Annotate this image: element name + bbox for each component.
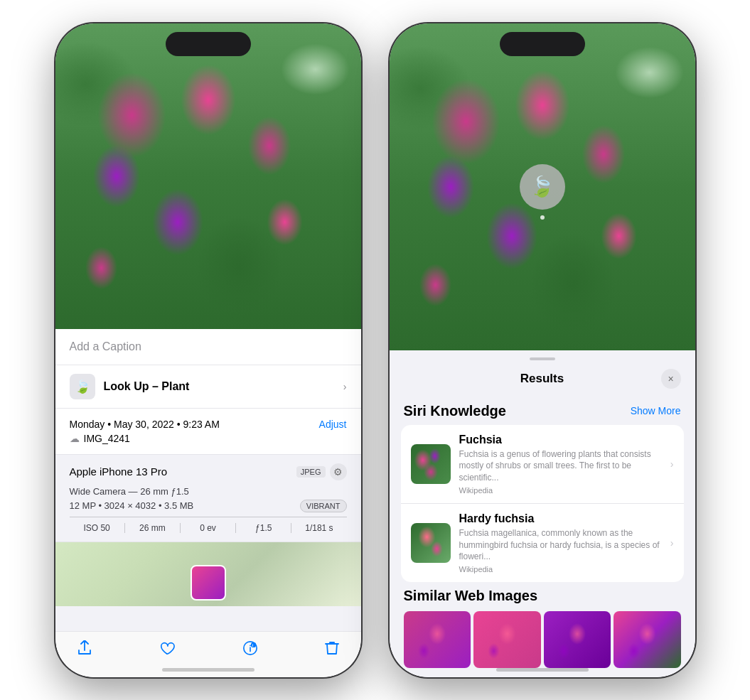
similar-section: Similar Web Images bbox=[390, 588, 695, 675]
fuchsia-chevron-icon: › bbox=[670, 458, 674, 470]
caption-area[interactable]: Add a Caption bbox=[55, 329, 361, 365]
vibrant-badge: VIBRANT bbox=[300, 500, 347, 512]
dynamic-island-right bbox=[500, 32, 585, 56]
exif-ev: 0 ev bbox=[181, 523, 236, 533]
knowledge-item-fuchsia[interactable]: Fuchsia Fuchsia is a genus of flowering … bbox=[401, 425, 684, 504]
camera-details: Wide Camera — 26 mm ƒ1.5 bbox=[70, 486, 347, 497]
caption-placeholder: Add a Caption bbox=[70, 340, 141, 352]
exif-aperture: ƒ1.5 bbox=[236, 523, 291, 533]
results-header: Results × bbox=[390, 360, 695, 396]
fuchsia-name: Fuchsia bbox=[459, 434, 662, 446]
fuchsia-source: Wikipedia bbox=[459, 486, 662, 495]
fuchsia-thumbnail bbox=[411, 444, 451, 484]
right-phone: 🍃 Results × Siri Knowledge Show More bbox=[390, 23, 695, 677]
results-title: Results bbox=[424, 372, 661, 386]
home-indicator-right bbox=[496, 668, 589, 672]
left-phone: Add a Caption 🍃 Look Up – Plant › Monday… bbox=[55, 23, 361, 677]
exif-shutter: 1/181 s bbox=[291, 523, 346, 533]
hardy-description: Fuchsia magellanica, commonly known as t… bbox=[459, 527, 662, 563]
gear-icon[interactable]: ⚙ bbox=[330, 463, 347, 480]
similar-image-3[interactable] bbox=[544, 611, 611, 668]
knowledge-item-hardy[interactable]: Hardy fuchsia Fuchsia magellanica, commo… bbox=[401, 504, 684, 582]
flower-photo bbox=[55, 23, 361, 329]
badge-row: JPEG ⚙ bbox=[296, 463, 347, 480]
like-button[interactable] bbox=[159, 640, 175, 660]
siri-dot bbox=[540, 215, 545, 220]
delete-button[interactable] bbox=[325, 640, 339, 660]
left-screen: Add a Caption 🍃 Look Up – Plant › Monday… bbox=[55, 23, 361, 677]
jpeg-badge: JPEG bbox=[296, 466, 326, 478]
exif-iso: ISO 50 bbox=[70, 523, 125, 533]
home-indicator bbox=[162, 668, 255, 672]
right-screen: 🍃 Results × Siri Knowledge Show More bbox=[390, 23, 695, 677]
hardy-name: Hardy fuchsia bbox=[459, 512, 662, 525]
lookup-icon: 🍃 bbox=[70, 374, 95, 399]
lookup-chevron-icon: › bbox=[343, 381, 347, 392]
hardy-chevron-icon: › bbox=[670, 537, 674, 549]
siri-button[interactable]: 🍃 bbox=[520, 164, 565, 210]
device-section: Apple iPhone 13 Pro JPEG ⚙ Wide Camera —… bbox=[55, 455, 361, 542]
device-name: Apple iPhone 13 Pro bbox=[70, 465, 168, 478]
show-more-button[interactable]: Show More bbox=[631, 405, 681, 416]
mp-info: 12 MP • 3024 × 4032 • 3.5 MB bbox=[70, 500, 194, 511]
dynamic-island bbox=[166, 32, 251, 56]
cloud-icon: ☁ bbox=[70, 433, 80, 444]
info-button[interactable]: i bbox=[242, 640, 258, 660]
photo-area[interactable] bbox=[55, 23, 361, 329]
filename: IMG_4241 bbox=[84, 433, 130, 444]
close-button[interactable]: × bbox=[661, 369, 681, 389]
svg-point-2 bbox=[250, 645, 251, 646]
date-info: Monday • May 30, 2022 • 9:23 AM bbox=[70, 419, 220, 430]
siri-knowledge-title: Siri Knowledge bbox=[404, 403, 506, 419]
siri-knowledge-header: Siri Knowledge Show More bbox=[390, 396, 695, 425]
knowledge-card: Fuchsia Fuchsia is a genus of flowering … bbox=[401, 425, 684, 583]
siri-leaf-icon: 🍃 bbox=[530, 175, 555, 198]
lookup-label: Look Up – Plant bbox=[104, 380, 190, 393]
similar-image-4[interactable] bbox=[614, 611, 681, 668]
map-thumbnail bbox=[191, 565, 226, 601]
similar-title: Similar Web Images bbox=[404, 588, 681, 604]
lookup-row[interactable]: 🍃 Look Up – Plant › bbox=[55, 365, 361, 409]
exif-row: ISO 50 26 mm 0 ev ƒ1.5 1/181 s bbox=[70, 517, 347, 533]
adjust-button[interactable]: Adjust bbox=[319, 419, 347, 430]
map-area[interactable] bbox=[55, 542, 361, 606]
fuchsia-content: Fuchsia Fuchsia is a genus of flowering … bbox=[459, 434, 662, 495]
hardy-content: Hardy fuchsia Fuchsia magellanica, commo… bbox=[459, 512, 662, 574]
hardy-thumbnail bbox=[411, 523, 451, 563]
photo-area-right: 🍃 bbox=[390, 23, 695, 350]
similar-image-1[interactable] bbox=[404, 611, 471, 668]
fuchsia-description: Fuchsia is a genus of flowering plants t… bbox=[459, 448, 662, 484]
results-panel: Results × Siri Knowledge Show More Fuchs… bbox=[390, 350, 695, 677]
similar-images[interactable] bbox=[404, 611, 681, 668]
hardy-source: Wikipedia bbox=[459, 565, 662, 574]
info-section: Monday • May 30, 2022 • 9:23 AM Adjust ☁… bbox=[55, 409, 361, 455]
similar-image-2[interactable] bbox=[473, 611, 541, 668]
exif-mm: 26 mm bbox=[125, 523, 181, 533]
share-button[interactable] bbox=[77, 640, 92, 660]
